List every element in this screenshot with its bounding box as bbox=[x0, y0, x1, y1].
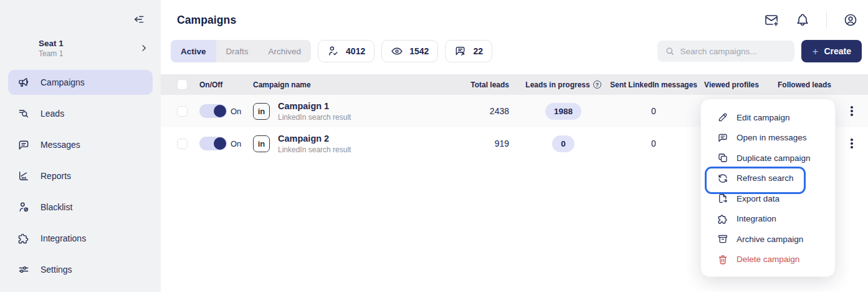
plus-icon: + bbox=[812, 46, 818, 57]
leads-in-progress-badge: 0 bbox=[552, 135, 575, 152]
message-icon bbox=[717, 132, 728, 144]
seat-title: Seat 1 bbox=[39, 39, 64, 48]
menu-item-open-in-messages[interactable]: Open in messages bbox=[701, 128, 835, 148]
sidebar: Seat 1 Team 1 Campaigns Leads bbox=[0, 0, 161, 292]
menu-item-label: Edit campaign bbox=[737, 113, 790, 122]
copy-icon bbox=[717, 152, 728, 163]
sidebar-item-messages[interactable]: Messages bbox=[8, 132, 153, 157]
row-checkbox[interactable] bbox=[177, 139, 188, 149]
menu-item-refresh-search[interactable]: Refresh search bbox=[701, 168, 835, 189]
column-viewed-profiles: Viewed profiles bbox=[704, 80, 759, 89]
table-header-row: On/Off Campaign name Total leads Leads i… bbox=[161, 74, 868, 95]
export-icon bbox=[717, 193, 728, 204]
avatar-icon[interactable] bbox=[843, 12, 858, 27]
refresh-icon bbox=[717, 173, 728, 184]
column-sent-messages: Sent LinkedIn messages bbox=[610, 80, 697, 89]
seat-selector[interactable]: Seat 1 Team 1 bbox=[39, 36, 150, 60]
stat-leads-accepted[interactable]: 4012 bbox=[318, 40, 374, 62]
topbar-actions bbox=[764, 11, 858, 29]
tab-drafts[interactable]: Drafts bbox=[216, 40, 259, 62]
sidebar-item-campaigns[interactable]: Campaigns bbox=[8, 70, 153, 95]
topbar: Campaigns bbox=[161, 0, 868, 36]
user-block-icon bbox=[17, 201, 30, 213]
stats-group: 4012 1542 bbox=[318, 40, 492, 62]
tab-archived[interactable]: Archived bbox=[259, 40, 312, 62]
stat-messages[interactable]: 22 bbox=[445, 40, 492, 62]
total-leads-value: 2438 bbox=[490, 106, 509, 116]
collapse-sidebar-icon[interactable] bbox=[131, 11, 147, 27]
seat-subtitle: Team 1 bbox=[39, 49, 64, 58]
column-total-leads: Total leads bbox=[470, 80, 509, 89]
menu-item-label: Delete campaign bbox=[737, 255, 799, 264]
mail-plus-icon[interactable] bbox=[764, 12, 779, 27]
column-followed-leads: Followed leads bbox=[778, 80, 831, 89]
menu-item-label: Export data bbox=[737, 194, 780, 203]
row-menu-icon[interactable] bbox=[846, 103, 858, 119]
menu-item-label: Open in messages bbox=[737, 133, 807, 142]
sidebar-item-reports[interactable]: Reports bbox=[8, 163, 153, 188]
menu-item-export-data[interactable]: Export data bbox=[701, 188, 835, 209]
user-check-icon bbox=[327, 45, 340, 57]
megaphone-icon bbox=[17, 76, 30, 89]
stat-viewed[interactable]: 1542 bbox=[381, 40, 438, 62]
chevron-right-icon bbox=[138, 42, 150, 54]
toggle-switch[interactable] bbox=[199, 137, 227, 150]
bell-icon[interactable] bbox=[795, 12, 810, 27]
sidebar-nav: Campaigns Leads Messages bbox=[0, 70, 161, 282]
stat-value: 4012 bbox=[346, 46, 365, 56]
row-menu-icon[interactable] bbox=[846, 135, 858, 152]
menu-item-label: Archive campaign bbox=[737, 235, 803, 244]
campaign-subtitle: LinkedIn search result bbox=[278, 113, 351, 122]
tab-active[interactable]: Active bbox=[171, 40, 216, 62]
menu-item-edit-campaign[interactable]: Edit campaign bbox=[701, 107, 835, 128]
campaign-toggle: On bbox=[199, 104, 247, 118]
search-box bbox=[657, 41, 794, 62]
sidebar-item-label: Campaigns bbox=[41, 77, 85, 87]
sent-messages-value: 0 bbox=[651, 106, 656, 116]
column-campaign-name: Campaign name bbox=[247, 80, 421, 89]
menu-item-archive-campaign[interactable]: Archive campaign bbox=[701, 229, 835, 250]
toggle-switch[interactable] bbox=[199, 104, 227, 118]
row-context-menu: Edit campaign Open in messages Duplicate… bbox=[700, 99, 836, 277]
sidebar-item-leads[interactable]: Leads bbox=[8, 101, 153, 126]
toggle-knob bbox=[214, 137, 226, 150]
sidebar-item-integrations[interactable]: Integrations bbox=[8, 226, 153, 251]
stat-value: 1542 bbox=[409, 46, 429, 56]
menu-item-delete-campaign[interactable]: Delete campaign bbox=[701, 250, 835, 270]
create-button-label: Create bbox=[824, 46, 851, 56]
menu-item-label: Duplicate campaign bbox=[737, 153, 811, 163]
toggle-knob bbox=[214, 105, 226, 117]
menu-item-label: Integration bbox=[737, 214, 776, 223]
column-onoff: On/Off bbox=[199, 80, 247, 89]
search-input[interactable] bbox=[680, 47, 787, 56]
linkedin-icon: in bbox=[253, 103, 270, 120]
toolbar: Active Drafts Archived 4012 bbox=[161, 40, 868, 62]
linkedin-icon: in bbox=[253, 135, 270, 152]
sidebar-item-label: Integrations bbox=[41, 233, 86, 243]
help-icon[interactable]: ? bbox=[593, 80, 601, 89]
toggle-label: On bbox=[231, 139, 241, 148]
leads-in-progress-badge: 1988 bbox=[545, 103, 581, 120]
campaign-toggle: On bbox=[199, 137, 247, 150]
create-button[interactable]: + Create bbox=[801, 40, 862, 62]
total-leads-value: 919 bbox=[495, 139, 509, 148]
eye-icon bbox=[391, 45, 403, 57]
trash-icon bbox=[717, 254, 728, 265]
sidebar-item-label: Settings bbox=[41, 265, 72, 275]
sidebar-item-settings[interactable]: Settings bbox=[8, 257, 153, 282]
campaign-name-cell[interactable]: in Campaign 2 LinkedIn search result bbox=[247, 134, 421, 154]
row-checkbox[interactable] bbox=[177, 106, 188, 117]
puzzle-icon bbox=[17, 232, 30, 245]
sent-messages-value: 0 bbox=[651, 139, 656, 148]
sidebar-item-blacklist[interactable]: Blacklist bbox=[8, 195, 153, 220]
column-leads-in-progress: Leads in progress ? bbox=[525, 80, 601, 89]
sidebar-item-label: Reports bbox=[41, 171, 71, 181]
sliders-icon bbox=[17, 263, 30, 276]
campaign-name-cell[interactable]: in Campaign 1 LinkedIn search result bbox=[247, 101, 421, 122]
select-all-checkbox[interactable] bbox=[177, 79, 188, 90]
menu-item-integration[interactable]: Integration bbox=[701, 209, 835, 230]
menu-item-duplicate-campaign[interactable]: Duplicate campaign bbox=[701, 148, 835, 168]
topbar-divider bbox=[826, 11, 827, 29]
page-title: Campaigns bbox=[177, 14, 236, 27]
stat-value: 22 bbox=[473, 46, 483, 56]
